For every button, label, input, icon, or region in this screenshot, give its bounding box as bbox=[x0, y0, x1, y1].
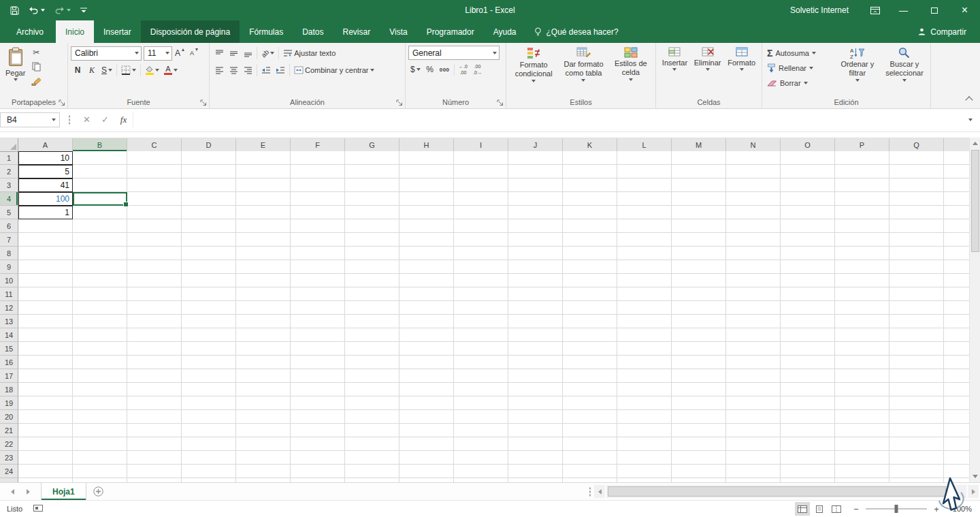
formula-input[interactable] bbox=[133, 112, 962, 127]
cell-G2[interactable] bbox=[345, 165, 399, 178]
name-box[interactable]: B4 bbox=[0, 112, 60, 127]
cell-P6[interactable] bbox=[835, 219, 889, 233]
column-header-E[interactable]: E bbox=[236, 138, 291, 152]
cell-A16[interactable] bbox=[18, 356, 73, 369]
cell-C20[interactable] bbox=[127, 410, 182, 424]
cell-D22[interactable] bbox=[182, 437, 236, 451]
cell-N13[interactable] bbox=[726, 315, 781, 328]
conditional-formatting-button[interactable]: Formato condicional bbox=[510, 46, 557, 96]
cell-partial-2[interactable] bbox=[944, 165, 969, 178]
cell-D11[interactable] bbox=[182, 287, 236, 301]
cell-J15[interactable] bbox=[508, 342, 563, 356]
cell-A6[interactable] bbox=[18, 219, 73, 233]
cell-I17[interactable] bbox=[454, 369, 508, 383]
cell-J1[interactable] bbox=[508, 151, 563, 165]
cell-D2[interactable] bbox=[182, 165, 236, 178]
row-header-20[interactable]: 20 bbox=[0, 410, 18, 424]
decrease-font-button[interactable]: A bbox=[187, 46, 201, 61]
cell-H1[interactable] bbox=[399, 151, 454, 165]
cell-O15[interactable] bbox=[781, 342, 835, 356]
currency-format-button[interactable]: $ bbox=[408, 62, 423, 77]
cell-B20[interactable] bbox=[73, 410, 127, 424]
cell-M2[interactable] bbox=[672, 165, 726, 178]
cell-K2[interactable] bbox=[563, 165, 617, 178]
cell-partial-16[interactable] bbox=[944, 356, 969, 369]
cell-partial-5[interactable] bbox=[944, 206, 969, 219]
cell-B11[interactable] bbox=[73, 287, 127, 301]
cell-B6[interactable] bbox=[73, 219, 127, 233]
cell-N22[interactable] bbox=[726, 437, 781, 451]
cell-N14[interactable] bbox=[726, 328, 781, 342]
cell-A10[interactable] bbox=[18, 274, 73, 287]
cell-O23[interactable] bbox=[781, 451, 835, 465]
cell-P13[interactable] bbox=[835, 315, 889, 328]
cell-H10[interactable] bbox=[399, 274, 454, 287]
cell-G12[interactable] bbox=[345, 301, 399, 315]
cell-Q9[interactable] bbox=[889, 260, 944, 274]
cell-L18[interactable] bbox=[617, 383, 672, 396]
cell-G3[interactable] bbox=[345, 178, 399, 192]
expand-formula-bar-button[interactable] bbox=[962, 119, 979, 121]
row-header-5[interactable]: 5 bbox=[0, 206, 18, 219]
cell-L19[interactable] bbox=[617, 396, 672, 410]
cell-Q17[interactable] bbox=[889, 369, 944, 383]
row-header-9[interactable]: 9 bbox=[0, 260, 18, 274]
cell-L13[interactable] bbox=[617, 315, 672, 328]
cell-E14[interactable] bbox=[236, 328, 291, 342]
cut-button[interactable]: ✂ bbox=[29, 46, 43, 59]
row-header-17[interactable]: 17 bbox=[0, 369, 18, 383]
cell-E21[interactable] bbox=[236, 424, 291, 437]
cell-G11[interactable] bbox=[345, 287, 399, 301]
cell-M15[interactable] bbox=[672, 342, 726, 356]
wrap-text-button[interactable]: Ajustar texto bbox=[281, 46, 338, 61]
row-header-10[interactable]: 10 bbox=[0, 274, 18, 287]
cell-I7[interactable] bbox=[454, 233, 508, 247]
cell-J6[interactable] bbox=[508, 219, 563, 233]
cell-H23[interactable] bbox=[399, 451, 454, 465]
cell-E9[interactable] bbox=[236, 260, 291, 274]
column-header-G[interactable]: G bbox=[345, 138, 399, 152]
scroll-down-button[interactable] bbox=[970, 471, 980, 482]
cell-K13[interactable] bbox=[563, 315, 617, 328]
cell-K15[interactable] bbox=[563, 342, 617, 356]
vertical-scrollbar-thumb[interactable] bbox=[971, 150, 979, 252]
cell-O19[interactable] bbox=[781, 396, 835, 410]
cell-D9[interactable] bbox=[182, 260, 236, 274]
cell-Q2[interactable] bbox=[889, 165, 944, 178]
cell-K24[interactable] bbox=[563, 465, 617, 478]
cell-N1[interactable] bbox=[726, 151, 781, 165]
underline-button[interactable]: S bbox=[99, 63, 114, 78]
insert-cells-button[interactable]: Insertar bbox=[659, 46, 690, 96]
cell-P18[interactable] bbox=[835, 383, 889, 396]
cell-A19[interactable] bbox=[18, 396, 73, 410]
cell-O12[interactable] bbox=[781, 301, 835, 315]
cell-A12[interactable] bbox=[18, 301, 73, 315]
cell-O17[interactable] bbox=[781, 369, 835, 383]
cell-M14[interactable] bbox=[672, 328, 726, 342]
cell-F10[interactable] bbox=[291, 274, 345, 287]
cell-F21[interactable] bbox=[291, 424, 345, 437]
cell-H22[interactable] bbox=[399, 437, 454, 451]
cell-I20[interactable] bbox=[454, 410, 508, 424]
cell-P2[interactable] bbox=[835, 165, 889, 178]
cell-Q3[interactable] bbox=[889, 178, 944, 192]
cell-H24[interactable] bbox=[399, 465, 454, 478]
collapse-ribbon-button[interactable] bbox=[965, 96, 973, 104]
cell-F1[interactable] bbox=[291, 151, 345, 165]
delete-cells-button[interactable]: Eliminar bbox=[691, 46, 724, 96]
row-header-22[interactable]: 22 bbox=[0, 437, 18, 451]
cell-Q6[interactable] bbox=[889, 219, 944, 233]
insert-function-button[interactable]: fx bbox=[114, 112, 133, 127]
cell-P14[interactable] bbox=[835, 328, 889, 342]
cell-B12[interactable] bbox=[73, 301, 127, 315]
cancel-entry-button[interactable]: ✕ bbox=[78, 112, 96, 127]
cell-K22[interactable] bbox=[563, 437, 617, 451]
cell-J9[interactable] bbox=[508, 260, 563, 274]
cell-I2[interactable] bbox=[454, 165, 508, 178]
vertical-scrollbar[interactable] bbox=[969, 138, 980, 482]
cell-B13[interactable] bbox=[73, 315, 127, 328]
cell-Q23[interactable] bbox=[889, 451, 944, 465]
cell-A1[interactable]: 10 bbox=[18, 151, 73, 165]
cell-O6[interactable] bbox=[781, 219, 835, 233]
borders-button[interactable] bbox=[119, 63, 138, 78]
